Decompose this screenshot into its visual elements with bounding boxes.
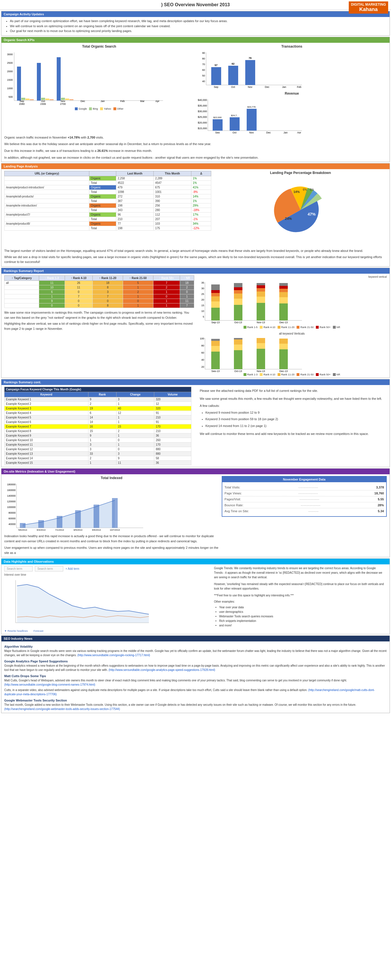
lp-type: Total xyxy=(89,199,116,204)
rank-r4: 0 xyxy=(65,290,93,294)
pie-label-24: 24% xyxy=(285,217,292,221)
callouts-header: A few callouts: xyxy=(200,403,387,409)
table-row: Organic 2,258 2,289 1% xyxy=(5,176,211,181)
rank-bar-dec-50p xyxy=(279,286,288,289)
eng-dashes-5: ---------- xyxy=(249,509,378,513)
eng-row-total-visits: Total Visits: ------------------- 3,378 xyxy=(225,484,384,490)
svg-text:Sep: Sep xyxy=(215,131,219,134)
lp-this: 175 xyxy=(154,226,191,231)
rank-col-21-50: ↑ Rank 21-50 xyxy=(123,275,153,280)
news-link-2[interactable]: (http://www.seroundtable.com/google-anal… xyxy=(109,668,215,671)
kw-vol: 91 xyxy=(154,410,191,415)
example-1: Year over year data xyxy=(219,605,385,610)
lp-table: URL (or Category) Last Month This Month … xyxy=(4,171,211,231)
news-text-2: Google Analytics released a new feature … xyxy=(4,663,387,672)
rankings-header: Rankings Summary Report xyxy=(2,268,389,274)
rank-col-1-3: ↑ Rank 1-3 xyxy=(39,275,65,280)
table-row: Total 198 175 -12% xyxy=(5,226,211,231)
all-keyword-verticals-label: all keyword Verticals xyxy=(197,332,387,335)
svg-text:$15,000: $15,000 xyxy=(198,127,207,130)
forecast-label[interactable]: Forecast xyxy=(34,630,43,632)
table-row: /example/product7/ Organic 96 112 17% xyxy=(5,213,211,217)
kw-change: 2 xyxy=(116,429,154,433)
campaign-bullets: As part of our ongoing content optimizat… xyxy=(4,19,387,34)
lp-this: 390 xyxy=(154,199,191,204)
eng-value-pages-visit: 5.55 xyxy=(378,498,384,501)
rank-bar-nov-50p xyxy=(257,285,265,288)
news-link-1[interactable]: (http://www.seroundtable.com/google-rock… xyxy=(77,654,150,657)
lp-last: 198 xyxy=(116,226,154,231)
organic-kpi-content: Total Organic Search 3000 2500 2000 1500… xyxy=(2,43,389,162)
rank-nr: 2 xyxy=(180,285,194,290)
trans-bar-oct xyxy=(228,66,238,85)
kw-change: 40 xyxy=(116,406,154,410)
legend-rank-1-5: Rank 1-5 xyxy=(244,326,258,329)
eng-dashes-4: ------------------- xyxy=(243,503,377,507)
lp-last: 77 xyxy=(116,221,154,226)
av-bar-nov-orange xyxy=(257,338,265,343)
kw-vol: 36 xyxy=(154,460,191,465)
lp-last: 198 xyxy=(116,204,154,208)
news-text-4: Cutts, in a separate video, also advised… xyxy=(4,688,387,697)
rank-bar-dec-21-50 xyxy=(279,289,288,292)
news-link-5[interactable]: (http://searchengineland.com/google-webm… xyxy=(4,708,120,711)
av-bar-dec-yellow xyxy=(279,344,288,349)
svg-text:Oct: Oct xyxy=(232,131,236,134)
svg-text:79: 79 xyxy=(248,57,251,59)
search-term-box-2[interactable]: Search term xyxy=(35,566,63,571)
revenue-title: Revenue xyxy=(197,92,387,95)
lp-url: /example/product7/ xyxy=(5,213,89,217)
engagement-text: User engagement is up when compared to p… xyxy=(4,546,219,555)
table-row: 1 7 7 1 0 1 xyxy=(5,294,194,299)
svg-text:7/1/2013: 7/1/2013 xyxy=(55,529,64,531)
kw-vol: 58 xyxy=(154,456,191,460)
rank-bar-dec-11-20 xyxy=(279,292,288,297)
rewrite-headlines[interactable]: ▼ Rewrite headlines xyxy=(4,630,28,632)
lp-delta: 1% xyxy=(191,199,211,204)
lp-type: Total xyxy=(89,181,116,185)
news-title-2: Google Analytics Page Speed Suggestions xyxy=(4,660,387,663)
trends-area xyxy=(17,584,149,623)
lp-this: 280 xyxy=(154,208,191,213)
kw-rank: 6 xyxy=(88,410,116,415)
av-bar-oct-green xyxy=(234,350,243,369)
svg-text:$20,000: $20,000 xyxy=(198,121,207,124)
lp-url: /example/ie-introduction/ xyxy=(5,204,89,208)
rank-tag: all xyxy=(5,280,39,285)
news-link-3[interactable]: (http://www.seroundtable.com/google-blog… xyxy=(4,683,95,686)
table-row: Example Keyword 7 16 15 170 xyxy=(5,424,192,429)
svg-text:20: 20 xyxy=(201,366,204,368)
kpi-text-3: Due to this increase in traffic, we saw … xyxy=(4,148,387,154)
kw-change: 9 xyxy=(116,456,154,460)
lp-delta: 17% xyxy=(191,213,211,217)
rank-bar-dec-nr xyxy=(279,283,288,286)
rev-bar-nov xyxy=(247,109,257,130)
lp-url xyxy=(5,181,89,185)
lp-last: 96 xyxy=(116,213,154,217)
kw-change: 1 xyxy=(116,433,154,438)
lp-url xyxy=(5,199,89,204)
svg-text:50: 50 xyxy=(202,74,205,77)
svg-text:Nov: Nov xyxy=(247,86,252,88)
kw-rank: 14 xyxy=(88,420,116,424)
rank-r1: 10 xyxy=(39,285,65,290)
rev-bar-sep xyxy=(213,119,223,130)
search-term-box[interactable]: Search term xyxy=(4,566,33,571)
eng-label-bounce: Bounce Rate: xyxy=(225,503,244,507)
rank-r50: 2 xyxy=(153,285,180,290)
lp-type: Total xyxy=(89,226,116,231)
organic-chart-legend: Google Bing Yahoo Other xyxy=(4,107,194,110)
rank-r50: 1 xyxy=(153,303,180,308)
legend-av-rank-11-20: Rank 11-20 xyxy=(278,373,295,376)
interest-over-time-label: Interest over time xyxy=(4,573,209,576)
kw-col-keyword: Keyword xyxy=(5,392,88,397)
page-title: ) SEO Overview November 2013 xyxy=(161,2,230,7)
other-examples-header: Other examples: xyxy=(214,600,385,604)
kw-name: Example Keyword 2 xyxy=(5,401,88,406)
table-row: /example/ie-introduction/ Organic 198 25… xyxy=(5,204,211,208)
engagement-container: November Engagement Data Total Visits: -… xyxy=(222,476,387,555)
svg-text:62: 62 xyxy=(231,62,234,65)
search-bar-row: Search term Search term + Add term xyxy=(4,566,209,571)
add-term-button[interactable]: + Add term xyxy=(65,567,80,570)
campaign-header: Campaign Activity Updates xyxy=(2,11,389,17)
